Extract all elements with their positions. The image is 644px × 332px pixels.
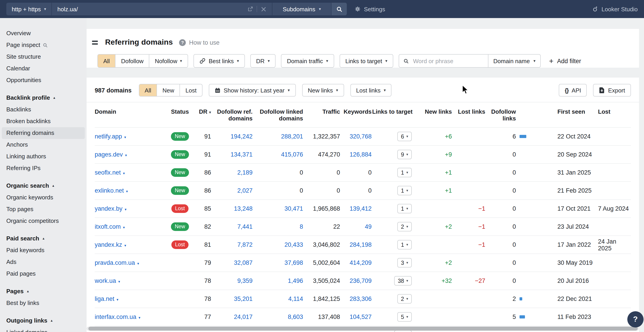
sidebar-item-broken-backlinks[interactable]: Broken backlinks — [2, 116, 85, 127]
sidebar-item-organic-competitors[interactable]: Organic competitors — [2, 215, 85, 227]
sidebar-item-outgoing-links[interactable]: Outgoing links▲ — [2, 315, 85, 326]
dofollow-ref-domains-link[interactable]: 35,201 — [234, 296, 252, 302]
dofollow-linked-domains-link[interactable]: 30,471 — [284, 205, 303, 212]
best-links-filter[interactable]: Best links ▾ — [193, 54, 245, 68]
dofollow-linked-domains-link[interactable]: 20,433 — [284, 241, 303, 248]
keywords-link[interactable]: 126,884 — [350, 151, 372, 158]
domain-link[interactable]: pages.dev — [95, 151, 123, 158]
sidebar-item-backlinks[interactable]: Backlinks — [2, 104, 85, 116]
domain-link[interactable]: liga.net — [95, 296, 114, 302]
dofollow-ref-domains-link[interactable]: 2,027 — [237, 187, 252, 194]
dofollow-ref-domains-link[interactable]: 13,248 — [234, 205, 252, 212]
links-to-target-select[interactable]: 1▾ — [397, 168, 412, 177]
dofollow-ref-domains-link[interactable]: 7,441 — [237, 223, 252, 230]
sidebar-item-top-pages[interactable]: Top pages — [2, 204, 85, 215]
search-submit-button[interactable] — [332, 3, 347, 15]
dofollow-linked-domains-link[interactable]: 8 — [300, 223, 303, 230]
dofollow-linked-domains-link[interactable]: 37,698 — [284, 260, 303, 266]
col-domain[interactable]: Domain — [95, 102, 167, 128]
col-dofollow-links[interactable]: Dofollowlinks — [485, 102, 516, 128]
col-dofollow-linked-domains[interactable]: Dofollow linkeddomains — [252, 102, 303, 128]
tab-status-new[interactable]: New — [157, 84, 180, 96]
scope-dropdown[interactable]: Subdomains ▾ — [272, 3, 332, 15]
add-filter-button[interactable]: + Add filter — [549, 57, 581, 65]
sidebar-item-anchors[interactable]: Anchors — [2, 139, 85, 151]
question-circle-icon[interactable]: ? — [179, 39, 186, 46]
col-keywords[interactable]: Keywords — [340, 102, 372, 128]
sidebar-item-linking-authors[interactable]: Linking authors — [2, 151, 85, 162]
domain-link[interactable]: pravda.com.ua — [95, 260, 135, 266]
links-to-target-select[interactable]: 3▾ — [397, 258, 412, 268]
word-or-phrase-input[interactable] — [412, 57, 477, 65]
tab-nofollow[interactable]: Nofollow▾ — [149, 54, 188, 67]
protocol-dropdown[interactable]: http + https ▾ — [6, 3, 52, 15]
dofollow-linked-domains-link[interactable]: 4,114 — [288, 296, 303, 302]
dofollow-ref-domains-link[interactable]: 7,872 — [237, 241, 252, 248]
links-to-target-select[interactable]: 6▾ — [397, 132, 412, 141]
domain-traffic-filter[interactable]: Domain traffic ▾ — [281, 54, 334, 68]
tab-status-all[interactable]: All — [139, 84, 157, 96]
sidebar-item-paid-keywords[interactable]: Paid keywords — [2, 244, 85, 256]
dofollow-ref-domains-link[interactable]: 9,359 — [237, 278, 252, 284]
sidebar-item-linked-domains[interactable]: Linked domains — [2, 326, 85, 332]
keywords-link[interactable]: 320,768 — [350, 133, 372, 140]
domain-link[interactable]: exlinko.net — [95, 187, 124, 194]
dr-filter[interactable]: DR ▾ — [250, 54, 276, 68]
domain-link[interactable]: seoflx.net — [95, 169, 121, 176]
sidebar-item-overview[interactable]: Overview — [2, 28, 85, 39]
sidebar-item-pages[interactable]: Pages▲ — [2, 286, 85, 297]
domain-link[interactable]: yandex.kz — [95, 241, 122, 248]
target-url-input[interactable] — [52, 6, 245, 12]
keywords-link[interactable]: 104,527 — [350, 314, 372, 320]
col-lost-links[interactable]: Lost links — [452, 102, 485, 128]
links-to-target-select[interactable]: 1▾ — [397, 186, 412, 195]
tab-all[interactable]: All — [98, 54, 115, 67]
domain-link[interactable]: netlify.app — [95, 133, 122, 140]
domain-link[interactable]: yandex.by — [95, 205, 122, 212]
sidebar-item-organic-search[interactable]: Organic search▲ — [2, 180, 85, 192]
sidebar-item-referring-domains[interactable]: Referring domains — [2, 127, 85, 139]
open-external-icon[interactable] — [245, 4, 255, 14]
api-button[interactable]: { } API — [559, 84, 587, 96]
links-to-target-select[interactable]: 1▾ — [397, 204, 412, 213]
menu-toggle-icon[interactable] — [92, 40, 98, 44]
horizontal-scrollbar-thumb[interactable] — [88, 326, 638, 331]
dofollow-ref-domains-link[interactable]: 134,371 — [230, 151, 252, 158]
sidebar-item-page-inspect[interactable]: Page inspect — [2, 39, 85, 51]
dofollow-ref-domains-link[interactable]: 2,189 — [237, 169, 252, 176]
keywords-link[interactable]: 414,209 — [350, 260, 372, 266]
sidebar-item-opportunities[interactable]: Opportunities — [2, 74, 85, 86]
search-field-dropdown[interactable]: Domain name ▾ — [488, 54, 541, 68]
sidebar-item-backlink-profile[interactable]: Backlink profile▲ — [2, 92, 85, 104]
links-to-target-select[interactable]: 2▾ — [397, 222, 412, 232]
col-first-seen[interactable]: First seen — [548, 102, 594, 128]
domain-link[interactable]: itxoft.com — [95, 223, 121, 230]
links-to-target-select[interactable]: 9▾ — [397, 150, 412, 159]
dofollow-linked-domains-link[interactable]: 288,201 — [281, 133, 303, 140]
help-button[interactable]: ? — [627, 311, 644, 328]
col-dofollow-ref-domains[interactable]: Dofollow ref.domains — [211, 102, 252, 128]
links-to-target-select[interactable]: 2▾ — [397, 294, 412, 304]
keywords-link[interactable]: 284,198 — [350, 241, 372, 248]
col-lost-date[interactable]: Lost — [594, 102, 631, 128]
sidebar-item-paid-pages[interactable]: Paid pages — [2, 268, 85, 280]
tab-dofollow[interactable]: Dofollow — [115, 54, 149, 67]
dofollow-ref-domains-link[interactable]: 194,242 — [230, 133, 252, 140]
sidebar-item-site-structure[interactable]: Site structure — [2, 51, 85, 63]
how-to-use-link[interactable]: How to use — [189, 39, 220, 46]
keywords-link[interactable]: 236,709 — [350, 278, 372, 284]
dofollow-ref-domains-link[interactable]: 32,087 — [234, 260, 252, 266]
links-to-target-select[interactable]: 1▾ — [397, 240, 412, 250]
col-new-links[interactable]: New links — [413, 102, 452, 128]
keywords-link[interactable]: 139,412 — [350, 205, 372, 212]
keywords-link[interactable]: 283,306 — [350, 296, 372, 302]
clear-input-icon[interactable] — [258, 4, 268, 14]
keywords-link[interactable]: 49 — [365, 223, 372, 230]
col-status[interactable]: Status — [167, 102, 193, 128]
sidebar-item-organic-keywords[interactable]: Organic keywords — [2, 192, 85, 204]
sidebar-item-referring-ips[interactable]: Referring IPs — [2, 162, 85, 174]
settings-button[interactable]: Settings — [354, 0, 385, 18]
dofollow-linked-domains-link[interactable]: 415,076 — [281, 151, 303, 158]
links-to-target-filter[interactable]: Links to target ▾ — [339, 54, 393, 68]
show-history-dropdown[interactable]: Show history: Last year ▾ — [209, 84, 296, 96]
